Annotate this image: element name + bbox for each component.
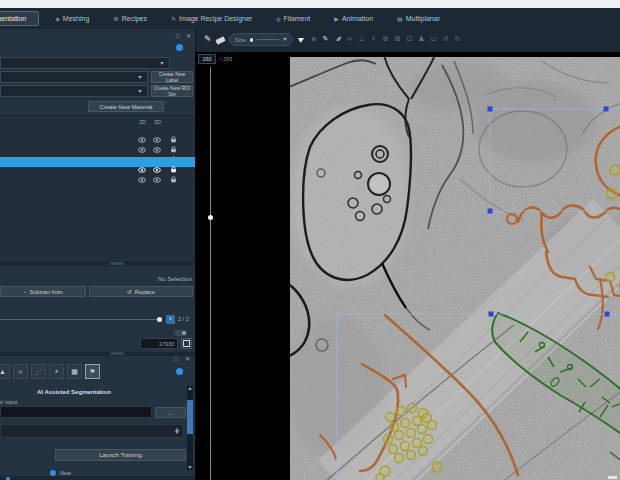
viewer-corner-marker <box>608 476 617 479</box>
crop-icon[interactable]: ⊡ <box>404 35 415 43</box>
redo-icon[interactable]: ↻ <box>452 35 463 43</box>
dataset-dropdown[interactable] <box>0 57 170 69</box>
tab-filament[interactable]: ψFilament <box>268 12 318 25</box>
create-new-label-button[interactable]: Create New Label <box>151 71 193 83</box>
link-icon[interactable]: ∞ <box>344 35 355 42</box>
roi-list: 2D 3D <box>0 115 195 260</box>
panel-scrollbar[interactable] <box>187 386 193 470</box>
recipes-icon: ⚙ <box>113 15 118 22</box>
target-icon[interactable]: ⊕ <box>380 35 391 43</box>
launch-training-button[interactable]: Launch Training <box>55 449 186 461</box>
tab-animation[interactable]: ▶Animation <box>326 12 381 25</box>
roi-set-dropdown[interactable] <box>0 85 148 97</box>
eraser-icon[interactable] <box>215 36 225 44</box>
selection-handle[interactable] <box>604 107 609 112</box>
roi-row[interactable] <box>0 157 195 167</box>
create-new-roi-set-button[interactable]: Create New ROI Set <box>151 85 193 97</box>
ai-input-hint-fragment: s' input <box>0 399 17 405</box>
selection-handle[interactable] <box>489 312 494 317</box>
selection-handle[interactable] <box>605 312 610 317</box>
column-header-2d: 2D <box>139 119 146 125</box>
marquee-icon[interactable]: ⊞ <box>392 35 403 43</box>
close-panel-icon[interactable]: ✕ <box>185 356 190 362</box>
roi-row[interactable] <box>0 137 195 147</box>
scrollbar-thumb[interactable] <box>187 400 193 434</box>
tab-label: Multiplanar <box>406 15 440 22</box>
info-icon[interactable] <box>176 44 183 51</box>
selection-handle[interactable] <box>488 209 493 214</box>
create-new-material-button[interactable]: Create New Material <box>88 101 164 112</box>
roi-row[interactable] <box>0 127 195 137</box>
slice-total-label: / 395 <box>220 56 232 62</box>
hatch-tool-icon[interactable]: ⋰ <box>31 364 46 379</box>
roi-row[interactable] <box>0 147 195 157</box>
lock-icon[interactable] <box>170 169 177 187</box>
size-slider-handle[interactable] <box>250 38 253 42</box>
roi-row[interactable] <box>0 167 195 177</box>
brush-select-icon[interactable]: ✎ <box>334 34 342 45</box>
ai-section-title: AI Assisted Segmentation <box>37 389 111 395</box>
frame-slider-handle[interactable] <box>157 317 162 322</box>
slice-slider-track[interactable] <box>210 67 211 480</box>
eye-2d-icon[interactable] <box>138 169 146 187</box>
filament-icon: ψ <box>276 16 280 22</box>
grid-tool-icon[interactable]: ▦ <box>67 364 82 379</box>
tab-segmentation[interactable]: Segmentation <box>0 11 39 26</box>
replace-icon: ↺ <box>127 289 132 295</box>
eye-3d-icon[interactable] <box>153 169 161 187</box>
tab-meshing[interactable]: ◈Meshing <box>47 12 97 25</box>
tab-label: Meshing <box>63 15 89 22</box>
info-icon[interactable] <box>176 368 183 375</box>
divider-grip[interactable] <box>110 262 124 265</box>
person-icon[interactable]: ♟ <box>416 35 427 43</box>
box-icon <box>183 340 190 347</box>
ai-epoch-spinner[interactable] <box>0 424 184 438</box>
column-header-3d: 3D <box>154 119 161 125</box>
panel-divider <box>0 261 195 266</box>
pointer-select-icon[interactable]: ▶ <box>295 33 308 45</box>
range-value-field[interactable]: 17933 <box>140 338 178 349</box>
viewer-tool-icons: ▶○✎✎∞⊥+⊕⊞⊡♟⊔↺↻ <box>296 29 616 52</box>
lasso-select-icon[interactable]: ○ <box>308 35 319 42</box>
slice-slider-handle[interactable] <box>208 215 213 220</box>
tab-label: Filament <box>283 15 310 22</box>
size-slider-track[interactable] <box>257 39 279 40</box>
replace-button[interactable]: ↺ Replace <box>89 286 193 297</box>
tab-multiplanar[interactable]: ▤Multiplanar <box>389 12 448 25</box>
panel-bottom-strip <box>0 476 195 480</box>
undo-icon[interactable]: ↺ <box>440 35 451 43</box>
meshing-icon: ◈ <box>55 15 60 22</box>
trash-icon[interactable]: ⊔ <box>428 35 439 43</box>
next-page-button[interactable]: › <box>166 315 175 324</box>
float-panel-icon[interactable]: □ <box>174 356 178 362</box>
scroll-up-icon[interactable] <box>188 387 192 390</box>
label-dropdown[interactable] <box>0 71 148 83</box>
brush-size-control[interactable]: Size <box>229 33 293 46</box>
subtract-from-button[interactable]: − Subtract from <box>0 286 86 297</box>
image-tool-icon[interactable]: ▲ <box>0 364 10 379</box>
option-toggle[interactable] <box>174 330 187 336</box>
anchor-icon[interactable]: ⊥ <box>356 35 367 43</box>
em-image-canvas[interactable] <box>290 57 620 480</box>
pick-tool-icon[interactable]: + <box>49 364 64 379</box>
ai-model-input[interactable] <box>0 406 152 418</box>
tab-label: Image Recipe Designer <box>179 15 252 22</box>
move-icon[interactable]: + <box>368 35 379 42</box>
divider-grip[interactable] <box>110 352 124 355</box>
tab-image-recipe-designer[interactable]: ✎Image Recipe Designer <box>163 12 260 25</box>
pen-select-icon[interactable]: ✎ <box>320 35 331 43</box>
flag-tool-icon[interactable]: ⚑ <box>85 364 100 379</box>
scroll-down-icon[interactable] <box>188 466 192 469</box>
spinner-down-icon[interactable] <box>175 431 179 434</box>
selection-handle[interactable] <box>488 107 493 112</box>
range-options-button[interactable] <box>181 338 192 349</box>
slice-number-field[interactable]: 260 <box>198 54 216 64</box>
close-panel-icon[interactable]: ✕ <box>186 33 191 39</box>
curve-tool-icon[interactable]: ≈ <box>13 364 28 379</box>
size-label: Size <box>235 37 246 43</box>
browse-button[interactable]: ... <box>155 407 186 418</box>
frame-slider-track[interactable] <box>0 319 162 320</box>
float-panel-icon[interactable]: □ <box>176 33 180 39</box>
tab-recipes[interactable]: ⚙Recipes <box>105 12 155 25</box>
paint-pen-icon[interactable]: ✎ <box>204 34 212 44</box>
